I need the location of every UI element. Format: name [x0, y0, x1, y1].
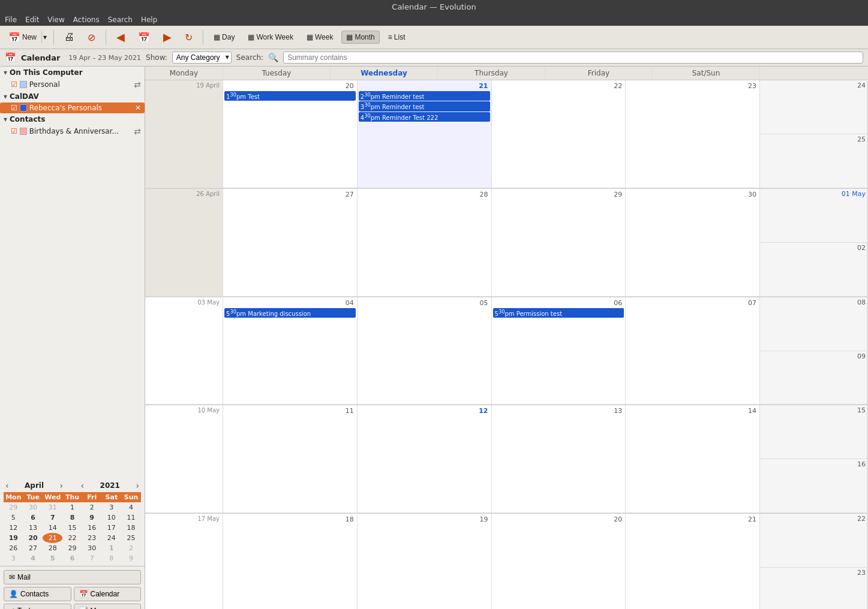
- week1-tue[interactable]: 20 130pm Test: [223, 80, 358, 188]
- mini-cal-day-2[interactable]: 2: [82, 502, 102, 512]
- mini-cal-day-31-mar[interactable]: 31: [43, 502, 62, 512]
- mini-cal-day-26[interactable]: 26: [4, 543, 23, 553]
- mini-cal-prev-year[interactable]: ‹: [79, 481, 86, 490]
- workweek-view-button[interactable]: ▦ Work Week: [243, 31, 298, 44]
- week5-sat[interactable]: 22: [760, 514, 867, 568]
- mini-cal-prev-month[interactable]: ‹: [4, 481, 11, 490]
- mini-cal-day-1[interactable]: 1: [62, 502, 82, 512]
- mini-cal-day-14[interactable]: 14: [43, 523, 62, 533]
- contacts-header[interactable]: ▾ Contacts: [0, 113, 145, 125]
- mini-cal-day-27[interactable]: 27: [23, 543, 43, 553]
- mini-cal-day-7[interactable]: 7: [43, 512, 62, 523]
- mini-cal-day-3[interactable]: 3: [102, 502, 122, 512]
- mini-cal-day-13[interactable]: 13: [23, 523, 43, 533]
- stop-button[interactable]: ⊘: [83, 29, 100, 46]
- back-button[interactable]: ◀: [112, 28, 130, 46]
- mini-cal-day-6-may[interactable]: 6: [62, 553, 82, 563]
- event-reminder-2[interactable]: 330pm Reminder test: [359, 101, 490, 111]
- week1-sun[interactable]: 25: [760, 134, 867, 188]
- menubar-item-file[interactable]: File: [5, 16, 17, 24]
- week3-wed[interactable]: 05: [358, 297, 492, 405]
- rebeccas-personals-item[interactable]: ☑ Rebecca's Personals ✕: [0, 102, 145, 113]
- week4-sat[interactable]: 15: [760, 405, 867, 459]
- week4-tue[interactable]: 11: [223, 405, 358, 513]
- tasks-nav-button[interactable]: ✓ Tasks: [4, 604, 71, 609]
- event-reminder-3[interactable]: 430pm Reminder Test 222: [359, 112, 490, 122]
- week2-tue[interactable]: 27: [223, 189, 358, 297]
- mini-cal-day-8-may[interactable]: 8: [102, 553, 122, 563]
- mini-cal-day-8[interactable]: 8: [62, 512, 82, 523]
- birthdays-item[interactable]: ☑ Birthdays & Anniversar... ⇄: [0, 125, 145, 137]
- mini-cal-day-23[interactable]: 23: [82, 533, 102, 543]
- menubar-item-view[interactable]: View: [47, 16, 64, 24]
- week5-wed[interactable]: 19: [358, 514, 492, 609]
- mini-cal-day-29[interactable]: 29: [62, 543, 82, 553]
- mini-cal-day-20[interactable]: 20: [23, 533, 43, 543]
- week2-wed[interactable]: 28: [358, 189, 492, 297]
- mini-cal-day-3-may[interactable]: 3: [4, 553, 23, 563]
- week1-thu[interactable]: 22: [492, 80, 626, 188]
- on-this-computer-header[interactable]: ▾ On This Computer: [0, 67, 145, 79]
- mini-cal-day-7-may[interactable]: 7: [82, 553, 102, 563]
- week4-fri[interactable]: 14: [626, 405, 760, 513]
- forward-button[interactable]: ▶: [158, 28, 176, 46]
- week1-mon[interactable]: 19 April: [145, 80, 223, 188]
- mini-cal-day-16[interactable]: 16: [82, 523, 102, 533]
- month-view-button[interactable]: ▦ Month: [341, 31, 379, 44]
- week3-sun[interactable]: 09: [760, 351, 867, 405]
- mini-cal-day-25[interactable]: 25: [121, 533, 141, 543]
- event-reminder-1[interactable]: 230pm Reminder test: [359, 91, 490, 101]
- mini-cal-day-9[interactable]: 9: [82, 512, 102, 523]
- menubar-item-actions[interactable]: Actions: [73, 16, 100, 24]
- mini-cal-day-5-may[interactable]: 5: [43, 553, 62, 563]
- mail-nav-button[interactable]: ✉ Mail: [4, 570, 141, 584]
- mini-cal-day-12[interactable]: 12: [4, 523, 23, 533]
- personal-calendar-item[interactable]: ☑ Personal ⇄: [0, 79, 145, 91]
- memos-nav-button[interactable]: 📝 Memos: [74, 604, 142, 609]
- mini-cal-day-15[interactable]: 15: [62, 523, 82, 533]
- mini-cal-day-1-may[interactable]: 1: [102, 543, 122, 553]
- event-permission[interactable]: 530pm Permission test: [493, 308, 624, 318]
- mini-cal-day-6[interactable]: 6: [23, 512, 43, 523]
- new-dropdown-arrow[interactable]: ▾: [41, 31, 48, 43]
- mini-cal-day-18[interactable]: 18: [121, 523, 141, 533]
- mini-cal-day-21-today[interactable]: 21: [43, 533, 62, 543]
- list-view-button[interactable]: ≡ List: [383, 31, 410, 44]
- calendar-nav-button[interactable]: 📅 Calendar: [74, 587, 142, 601]
- mini-cal-day-11[interactable]: 11: [121, 512, 141, 523]
- week4-sun[interactable]: 16: [760, 459, 867, 513]
- week5-sun[interactable]: 23: [760, 568, 867, 609]
- mini-cal-next-month[interactable]: ›: [58, 481, 65, 490]
- mini-cal-day-4-may[interactable]: 4: [23, 553, 43, 563]
- mini-cal-day-30[interactable]: 30: [82, 543, 102, 553]
- event-marketing[interactable]: 530pm Marketing discussion: [224, 308, 356, 318]
- week2-sun[interactable]: 02: [760, 243, 867, 297]
- mini-cal-day-24[interactable]: 24: [102, 533, 122, 543]
- cal-today-button[interactable]: 📅: [133, 29, 155, 46]
- week1-sat[interactable]: 24: [760, 80, 867, 134]
- week3-mon[interactable]: 03 May: [145, 297, 223, 405]
- week2-sat[interactable]: 01 May: [760, 189, 867, 243]
- week3-fri[interactable]: 07: [626, 297, 760, 405]
- week3-thu[interactable]: 06 530pm Permission test: [492, 297, 626, 405]
- week1-wed[interactable]: 21 230pm Reminder test 330pm Reminder te…: [358, 80, 492, 188]
- mini-cal-day-10[interactable]: 10: [102, 512, 122, 523]
- mini-cal-day-28[interactable]: 28: [43, 543, 62, 553]
- refresh-button[interactable]: ↻: [180, 29, 197, 46]
- week5-tue[interactable]: 18: [223, 514, 358, 609]
- week3-sat[interactable]: 08: [760, 297, 867, 351]
- mini-cal-day-9-may[interactable]: 9: [121, 553, 141, 563]
- event-test[interactable]: 130pm Test: [224, 91, 356, 101]
- mini-cal-day-17[interactable]: 17: [102, 523, 122, 533]
- contacts-nav-button[interactable]: 👤 Contacts: [4, 587, 71, 601]
- week1-fri[interactable]: 23: [626, 80, 760, 188]
- week4-wed[interactable]: 12: [358, 405, 492, 513]
- week-view-button[interactable]: ▦ Week: [302, 31, 338, 44]
- print-button[interactable]: 🖨: [59, 29, 79, 46]
- caldav-header[interactable]: ▾ CalDAV: [0, 91, 145, 102]
- week2-fri[interactable]: 30: [626, 189, 760, 297]
- category-select-wrapper[interactable]: Any Category: [172, 52, 232, 64]
- search-input[interactable]: [283, 52, 863, 64]
- mini-cal-next-year[interactable]: ›: [134, 481, 141, 490]
- mini-cal-day-2-may[interactable]: 2: [121, 543, 141, 553]
